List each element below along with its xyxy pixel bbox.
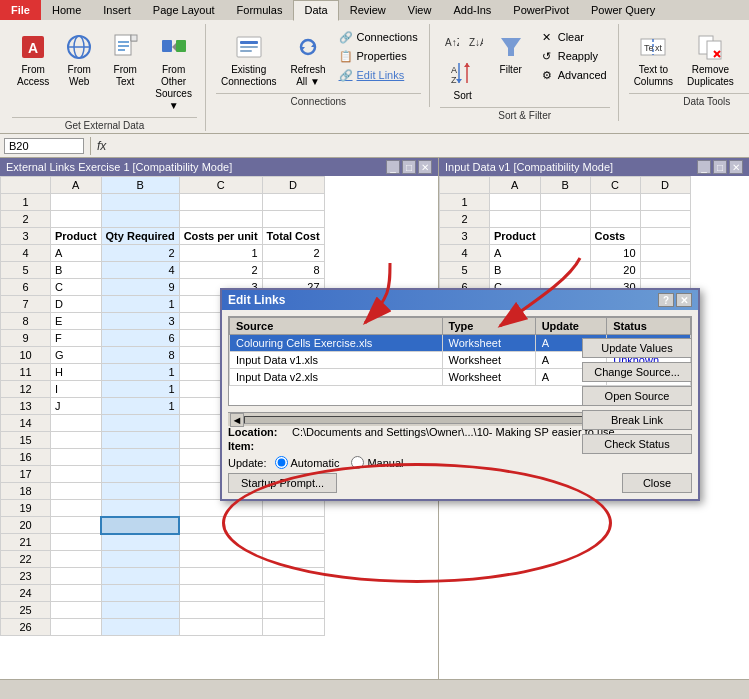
svg-rect-17: [240, 50, 252, 52]
reapply-button[interactable]: ↺ Reapply: [536, 47, 610, 65]
sheet1-title-bar: External Links Exercise 1 [Compatibility…: [0, 158, 438, 176]
from-other-sources-button[interactable]: From OtherSources ▼: [150, 28, 197, 115]
row-header-col: [1, 177, 51, 194]
advanced-button[interactable]: ⚙ Advanced: [536, 66, 610, 84]
s2-col-d-header: D: [640, 177, 690, 194]
tab-powerpivot[interactable]: PowerPivot: [502, 0, 580, 20]
tab-data[interactable]: Data: [293, 0, 338, 21]
dialog-col-type: Type: [442, 318, 535, 335]
existing-connections-icon: [233, 31, 265, 63]
formula-input[interactable]: [110, 140, 745, 152]
dialog-title-controls: ? ✕: [658, 293, 692, 307]
table-row: 21: [1, 534, 325, 551]
edit-links-dialog-overlay: Edit Links ? ✕ Source Type Update: [220, 288, 700, 501]
tab-page-layout[interactable]: Page Layout: [142, 0, 226, 20]
connections-small-button[interactable]: 🔗 Connections: [335, 28, 421, 46]
name-box[interactable]: B20: [4, 138, 84, 154]
sheet2-title-bar: Input Data v1 [Compatibility Mode] _ □ ✕: [439, 158, 749, 176]
sort-filter-small-buttons: ✕ Clear ↺ Reapply ⚙ Advanced: [536, 28, 610, 84]
group-get-external-data: A FromAccess FromWeb: [4, 24, 206, 131]
tab-file[interactable]: File: [0, 0, 41, 20]
tab-formulas[interactable]: Formulas: [226, 0, 294, 20]
auto-radio[interactable]: [275, 456, 288, 469]
edit-links-button[interactable]: 🔗 Edit Links: [335, 66, 421, 84]
break-link-button[interactable]: Break Link: [582, 410, 692, 430]
svg-rect-12: [176, 40, 186, 52]
sheet1-close[interactable]: ✕: [418, 160, 432, 174]
edit-links-label: Edit Links: [357, 69, 405, 81]
remove-duplicates-label: RemoveDuplicates: [687, 64, 734, 88]
sort-button[interactable]: A Z Sort: [440, 54, 486, 105]
sheet1-minimize[interactable]: _: [386, 160, 400, 174]
clear-button[interactable]: ✕ Clear: [536, 28, 610, 46]
svg-rect-11: [162, 40, 172, 52]
dialog-help-button[interactable]: ?: [658, 293, 674, 307]
get-external-data-items: A FromAccess FromWeb: [12, 24, 197, 115]
svg-text:xt: xt: [655, 43, 663, 53]
refresh-all-button[interactable]: RefreshAll ▼: [286, 28, 331, 91]
table-row: 23: [1, 568, 325, 585]
check-status-button[interactable]: Check Status: [582, 434, 692, 454]
col-b-header: B: [101, 177, 179, 194]
from-web-icon: [63, 31, 95, 63]
table-row: 4A10: [440, 245, 691, 262]
sheet2-close[interactable]: ✕: [729, 160, 743, 174]
edit-links-dialog: Edit Links ? ✕ Source Type Update: [220, 288, 700, 501]
svg-rect-5: [115, 35, 131, 55]
manual-radio[interactable]: [351, 456, 364, 469]
tab-powerquery[interactable]: Power Query: [580, 0, 666, 20]
tab-insert[interactable]: Insert: [92, 0, 142, 20]
dialog-close-button[interactable]: Close: [622, 473, 692, 493]
existing-connections-button[interactable]: ExistingConnections: [216, 28, 282, 91]
dialog-close-x-button[interactable]: ✕: [676, 293, 692, 307]
edit-links-icon: 🔗: [338, 67, 354, 83]
location-value: C:\Documents and Settings\Owner\...\10- …: [292, 426, 615, 438]
svg-marker-13: [172, 43, 176, 51]
scroll-left[interactable]: ◄: [230, 413, 244, 427]
validation-button[interactable]: Va▼: [743, 28, 749, 91]
startup-prompt-button[interactable]: Startup Prompt...: [228, 473, 337, 493]
tab-view[interactable]: View: [397, 0, 443, 20]
filter-label: Filter: [500, 64, 522, 76]
table-row: 4A212: [1, 245, 325, 262]
type-cell-2: Worksheet: [442, 352, 535, 369]
sheet2-minimize[interactable]: _: [697, 160, 711, 174]
open-source-button[interactable]: Open Source: [582, 386, 692, 406]
from-access-button[interactable]: A FromAccess: [12, 28, 54, 91]
from-web-button[interactable]: FromWeb: [58, 28, 100, 91]
dialog-title-text: Edit Links: [228, 293, 285, 307]
tab-addins[interactable]: Add-Ins: [442, 0, 502, 20]
dialog-bottom-row: Startup Prompt... Close: [228, 473, 692, 493]
sort-label: Sort: [454, 90, 472, 102]
svg-marker-27: [464, 63, 470, 67]
tab-review[interactable]: Review: [339, 0, 397, 20]
table-row: 19: [1, 500, 325, 517]
status-bar: [0, 679, 749, 699]
text-to-columns-button[interactable]: Te xt Text toColumns: [629, 28, 678, 91]
tab-home[interactable]: Home: [41, 0, 92, 20]
remove-duplicates-button[interactable]: RemoveDuplicates: [682, 28, 739, 91]
update-radio-group: Automatic Manual: [275, 456, 404, 469]
dialog-body: Source Type Update Status Colouring Cell…: [222, 310, 698, 499]
source-cell-1: Colouring Cells Exercise.xls: [230, 335, 443, 352]
advanced-label: Advanced: [558, 69, 607, 81]
filter-button[interactable]: Filter: [490, 28, 532, 79]
from-web-label: FromWeb: [68, 64, 91, 88]
update-values-button[interactable]: Update Values: [582, 338, 692, 358]
table-row: 1: [440, 194, 691, 211]
auto-radio-item: Automatic: [275, 456, 340, 469]
svg-text:Z: Z: [451, 75, 457, 85]
sheet2-restore[interactable]: □: [713, 160, 727, 174]
ribbon-tab-bar: File Home Insert Page Layout Formulas Da…: [0, 0, 749, 20]
change-source-button[interactable]: Change Source...: [582, 362, 692, 382]
sort-za-button[interactable]: Z↓A: [464, 32, 486, 52]
from-text-button[interactable]: FromText: [104, 28, 146, 91]
sort-filter-label: Sort & Filter: [440, 107, 610, 121]
main-area: External Links Exercise 1 [Compatibility…: [0, 158, 749, 699]
item-label: Item:: [228, 440, 288, 452]
sheet1-restore[interactable]: □: [402, 160, 416, 174]
sort-az-button[interactable]: A↑Z: [440, 32, 462, 52]
properties-button[interactable]: 📋 Properties: [335, 47, 421, 65]
auto-label: Automatic: [291, 457, 340, 469]
refresh-all-label: RefreshAll ▼: [291, 64, 326, 88]
